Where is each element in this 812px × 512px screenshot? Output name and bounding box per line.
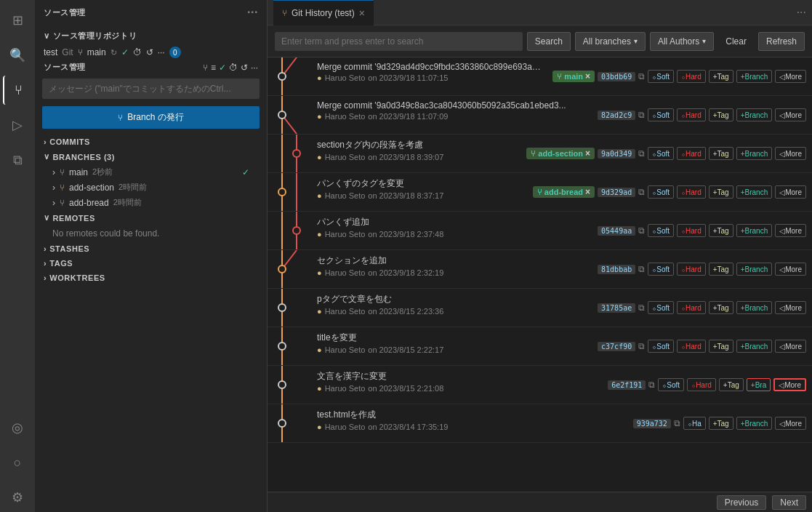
branch-item-add-bread[interactable]: › ⑂ add-bread 2時間前 [35,195,267,210]
sc-icon1[interactable]: ⑂ [203,63,208,73]
hard-reset-button[interactable]: ⬦Hard [687,378,716,391]
add-tag-button[interactable]: +Tag [709,224,733,237]
hard-reset-button[interactable]: ⬦Hard [677,147,706,160]
refresh-button[interactable]: Refresh [758,32,805,51]
hard-reset-button[interactable]: ⬦Hard [677,263,706,276]
commit-row[interactable]: パンくず追加 ● Haruo Seto on 2023/9/18 2:37:48… [268,212,812,250]
sync-icon[interactable]: ↻ [110,48,117,57]
soft-reset-button[interactable]: ⬦Soft [658,378,684,391]
add-branch-button[interactable]: +Branch [736,147,773,160]
run-icon[interactable]: ▷ [3,111,32,140]
branch-item-main[interactable]: › ⑂ main 2秒前 ✓ [35,164,267,180]
commit-message-input[interactable] [42,79,260,99]
add-tag-button[interactable]: +Tag [709,147,733,160]
hard-reset-button[interactable]: ⬦Hard [677,301,706,314]
add-tag-button[interactable]: +Tag [719,378,744,391]
hard-reset-button[interactable]: ⬦Hard [677,340,706,353]
source-control-icon[interactable]: ⑂ [3,76,32,105]
tags-section[interactable]: › TAGS [35,256,267,271]
search-activity-icon[interactable]: 🔍 [3,41,32,70]
more-actions-button[interactable]: ◁More [775,147,806,160]
add-tag-button[interactable]: +Tag [709,417,733,430]
search-input[interactable] [275,32,523,51]
more-actions-button[interactable]: ◁More [775,108,806,121]
add-branch-button[interactable]: +Bra [747,378,771,391]
tag-close-button[interactable]: × [585,71,590,81]
extensions-icon[interactable]: ⧉ [3,145,32,175]
search-button[interactable]: Search [527,32,571,51]
more-actions-button[interactable]: ◁More [775,224,806,237]
branch-publish-button[interactable]: ⑂ Branch の発行 [42,106,260,129]
authors-filter-button[interactable]: All Authors ▾ [650,32,714,51]
more-actions-button[interactable]: ◁More [775,301,806,314]
add-tag-button[interactable]: +Tag [709,263,733,276]
accounts-icon[interactable]: ○ [3,448,32,477]
commit-row[interactable]: sectionタグ内の段落を考慮 ● Haruo Seto on 2023/9/… [268,135,812,173]
sc-icon3[interactable]: ✓ [219,63,226,73]
copy-hash-icon[interactable]: ⧉ [638,187,645,197]
copy-hash-icon[interactable]: ⧉ [638,71,645,81]
more-actions-button[interactable]: ◁More [775,185,806,199]
commit-row[interactable]: Merge commit '9d329ad4d9cc9fbdc3363860c8… [268,57,812,96]
add-tag-button[interactable]: +Tag [709,185,733,199]
more-actions-button[interactable]: ◁More [773,378,806,391]
add-tag-button[interactable]: +Tag [709,301,733,314]
commits-section[interactable]: › COMMITS [35,135,267,149]
more-actions-button[interactable]: ◁More [775,340,806,353]
branch-item-add-section[interactable]: › ⑂ add-section 2時間前 [35,180,267,195]
explorer-icon[interactable]: ⊞ [3,6,32,35]
tag-close-button[interactable]: × [585,187,590,197]
worktrees-section[interactable]: › WORKTREES [35,271,267,285]
soft-reset-button[interactable]: ⬦Soft [648,147,674,160]
history-icon[interactable]: ⏱ [133,47,142,57]
add-branch-button[interactable]: +Branch [736,340,773,353]
add-branch-button[interactable]: +Branch [736,70,773,83]
sc-icon4[interactable]: ⏱ [229,63,238,73]
soft-reset-button[interactable]: ⬦Soft [648,185,674,199]
sc-icon5[interactable]: ↺ [241,63,248,73]
add-tag-button[interactable]: +Tag [709,108,733,121]
more-actions-button[interactable]: ◁More [775,417,806,430]
branches-filter-button[interactable]: All branches ▾ [575,32,646,51]
sidebar-more-btn[interactable]: ··· [247,6,258,19]
hard-reset-button[interactable]: ⬦Hard [677,108,706,121]
copy-hash-icon[interactable]: ⧉ [674,418,680,428]
soft-reset-button[interactable]: ⬦Soft [648,108,674,121]
copy-hash-icon[interactable]: ⧉ [638,110,645,120]
soft-reset-button[interactable]: ⬦Soft [648,263,674,276]
git-history-tab[interactable]: ⑂ Git History (test) × [273,0,374,25]
add-branch-button[interactable]: +Branch [736,108,773,121]
settings-icon[interactable]: ⚙ [3,483,32,512]
commit-row[interactable]: セクションを追加 ● Haruo Seto on 2023/9/18 2:32:… [268,250,812,289]
copy-hash-icon[interactable]: ⧉ [638,148,645,159]
sc-icon6[interactable]: ··· [251,63,258,73]
add-tag-button[interactable]: +Tag [709,340,733,353]
commit-row[interactable]: test.htmlを作成 ● Haruo Seto on 2023/8/14 1… [268,404,812,443]
tab-close-button[interactable]: × [359,8,365,18]
copy-hash-icon[interactable]: ⧉ [638,303,645,313]
commit-row[interactable]: 文言を漢字に変更 ● Haruo Seto on 2023/8/15 2:21:… [268,366,812,404]
tab-more-button[interactable]: ··· [797,6,806,19]
add-branch-button[interactable]: +Branch [736,185,773,199]
hard-reset-button[interactable]: ⬦Hard [677,70,706,83]
copy-hash-icon[interactable]: ⧉ [648,380,655,390]
more-options-icon[interactable]: ··· [158,47,165,57]
commit-row[interactable]: パンくずのタグを変更 ● Haruo Seto on 2023/9/18 8:3… [268,173,812,212]
add-branch-button[interactable]: +Branch [736,417,773,430]
commit-row[interactable]: titleを変更 ● Haruo Seto on 2023/8/15 2:22:… [268,327,812,366]
soft-reset-button[interactable]: ⬦Soft [648,70,674,83]
clear-button[interactable]: Clear [718,32,754,51]
stashes-section[interactable]: › STASHES [35,241,267,256]
commit-row[interactable]: Merge commit '9a0d349c8ac3ca8043060b5092… [268,96,812,135]
remote-explorer-icon[interactable]: ◎ [3,413,32,442]
copy-hash-icon[interactable]: ⧉ [638,341,645,351]
soft-reset-button[interactable]: ⬦Soft [648,301,674,314]
copy-hash-icon[interactable]: ⧉ [638,264,645,274]
pipeline-icon[interactable]: ✓ [121,47,129,57]
next-button[interactable]: Next [772,495,806,510]
more-actions-button[interactable]: ◁More [775,70,806,83]
add-branch-button[interactable]: +Branch [736,224,773,237]
previous-button[interactable]: Previous [717,495,767,510]
branches-section[interactable]: ∨ BRANCHES (3) › ⑂ main 2秒前 ✓ › ⑂ add-se… [35,149,267,210]
copy-hash-icon[interactable]: ⧉ [638,225,645,236]
